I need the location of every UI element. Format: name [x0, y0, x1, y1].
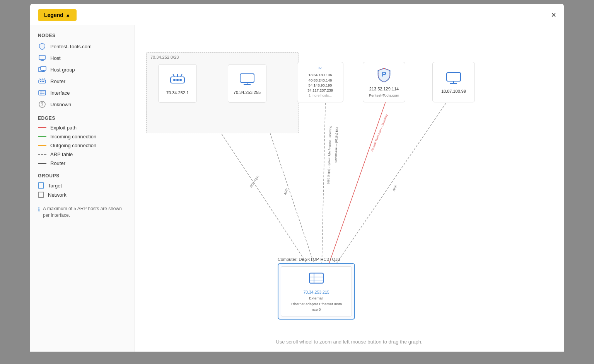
- legend-target-group: Target: [38, 182, 126, 189]
- svg-text:?: ?: [41, 102, 43, 107]
- unknown-label: Unknown: [50, 102, 71, 107]
- host-label: Host: [50, 55, 61, 61]
- edge-label-arp1: ARP: [283, 188, 289, 196]
- edges-section-title: EDGES: [38, 116, 126, 121]
- node-pentest[interactable]: P 213.52.129.114Pentest-Tools.com: [363, 62, 405, 102]
- network-group-label: Network: [48, 192, 67, 198]
- graph-hint: Use scroll wheel to zoom and left mouse …: [135, 339, 564, 345]
- network-group-ip-label: 70.34.252.0/23: [150, 55, 179, 60]
- router-icon-n1: [169, 71, 186, 87]
- groups-section-title: GROUPS: [38, 173, 126, 179]
- node-ip-4: 213.52.129.114Pentest-Tools.com: [369, 86, 399, 98]
- svg-text:P: P: [382, 70, 386, 78]
- monitor-icon: [38, 54, 46, 62]
- target-interface-card[interactable]: 70.34.253.215 External:Ethernet adapter …: [281, 266, 352, 316]
- node-router-1[interactable]: 70.34.252.1: [158, 64, 197, 103]
- svg-point-30: [176, 79, 179, 81]
- node-host-2[interactable]: 10.87.100.99: [432, 62, 475, 102]
- interface-label: Interface: [50, 90, 70, 96]
- host-group-icon-n3: [312, 67, 329, 69]
- svg-line-22: [321, 88, 326, 286]
- graph-area[interactable]: ROUTER ARP 8080 (https) - System Idle Pr…: [135, 25, 564, 352]
- svg-rect-36: [319, 67, 321, 68]
- edge-label-pid: svchost.exe — (6616u) EXp: [334, 127, 338, 163]
- modal-body: NODES Pentest-Tools.com: [30, 25, 564, 352]
- network-map-modal: Legend ▲ × NODES Pentest-Tools.com: [30, 4, 564, 352]
- svg-point-13: [43, 81, 44, 82]
- legend-label: Legend: [44, 12, 63, 18]
- legend-outgoing: Outgoing connection: [38, 143, 126, 148]
- node-ip-3: 13.64.180.10640.83.240.14654.148.90.1903…: [307, 72, 333, 98]
- shield-icon: [38, 42, 46, 51]
- legend-incoming: Incoming connection: [38, 134, 126, 139]
- target-node-container[interactable]: Computer: DESKTOP-HCBTQJB: [278, 257, 355, 320]
- host-icon-n5: [445, 71, 462, 85]
- node-ip-2: 70.34.253.255: [234, 90, 261, 95]
- legend-router-edge: Router: [38, 160, 126, 166]
- svg-point-31: [179, 79, 182, 81]
- edge-label-router: ROUTER: [249, 175, 260, 189]
- outgoing-line: [38, 145, 46, 146]
- router-line: [38, 163, 46, 164]
- legend-host-group: Host group: [38, 65, 126, 74]
- graph-canvas: ROUTER ARP 8080 (https) - System Idle Pr…: [135, 25, 564, 336]
- edge-label-arp2: ARP: [392, 184, 398, 192]
- nodes-section-title: NODES: [38, 33, 126, 38]
- arp-label: ARP table: [50, 151, 73, 157]
- network-box: [38, 192, 44, 198]
- svg-line-28: [181, 74, 182, 77]
- target-ip: 70.34.253.215 External:Ethernet adapter …: [291, 289, 342, 312]
- incoming-label: Incoming connection: [50, 134, 96, 139]
- svg-rect-0: [39, 55, 45, 60]
- svg-rect-32: [240, 74, 254, 82]
- interface-icon-target: [308, 271, 325, 286]
- target-box: [38, 182, 44, 189]
- chevron-up-icon: ▲: [66, 12, 70, 18]
- legend-button[interactable]: Legend ▲: [38, 9, 77, 21]
- arp-line: [38, 154, 46, 155]
- svg-point-29: [173, 79, 176, 81]
- exploit-line: [38, 127, 46, 128]
- svg-line-23: [321, 88, 456, 286]
- unknown-icon: ?: [38, 100, 46, 109]
- host-icon-n2: [239, 72, 256, 87]
- close-button[interactable]: ×: [551, 11, 556, 19]
- node-ip-5: 10.87.100.99: [441, 88, 466, 94]
- node-host-1[interactable]: 70.34.253.255: [228, 64, 266, 103]
- interface-icon: [38, 88, 46, 97]
- legend-network-group: Network: [38, 192, 126, 198]
- svg-line-24: [321, 92, 389, 286]
- router-label: Router: [50, 78, 65, 84]
- legend-interface: Interface: [38, 88, 126, 97]
- node-host-group[interactable]: 13.64.180.10640.83.240.14654.148.90.1903…: [297, 62, 343, 102]
- legend-router: Router: [38, 77, 126, 85]
- info-icon: ℹ: [38, 206, 40, 219]
- modal-header: Legend ▲ ×: [30, 4, 564, 25]
- router-edge-label: Router: [50, 160, 65, 166]
- router-icon: [38, 77, 46, 85]
- svg-rect-14: [39, 90, 46, 95]
- info-box: ℹ A maximum of 5 ARP hosts are shown per…: [38, 206, 126, 219]
- incoming-line: [38, 136, 46, 137]
- outgoing-label: Outgoing connection: [50, 143, 96, 148]
- edge-label-process: 8080 (https) - System Idle Process - inc…: [327, 126, 332, 184]
- svg-rect-40: [447, 73, 461, 81]
- svg-rect-4: [41, 66, 46, 70]
- legend-pentest-tools: Pentest-Tools.com: [38, 42, 126, 51]
- edge-label-incoming: Pentest-Tools.com — incoming: [370, 114, 388, 152]
- pentest-tools-label: Pentest-Tools.com: [50, 44, 92, 49]
- legend-host: Host: [38, 54, 126, 62]
- svg-point-11: [40, 81, 41, 82]
- computer-label: Computer: DESKTOP-HCBTQJB: [278, 257, 355, 262]
- shield-icon-n4: P: [376, 67, 393, 83]
- svg-line-26: [173, 74, 174, 77]
- legend-arp: ARP table: [38, 151, 126, 157]
- network-group-container: 70.34.252.0/23: [146, 52, 299, 133]
- exploit-path-label: Exploit path: [50, 125, 77, 131]
- legend-unknown: ? Unknown: [38, 100, 126, 109]
- node-ip-1: 70.34.252.1: [166, 90, 189, 96]
- svg-point-12: [42, 81, 43, 82]
- target-group-label: Target: [48, 183, 62, 189]
- monitor-group-icon: [38, 65, 46, 74]
- legend-exploit-path: Exploit path: [38, 125, 126, 131]
